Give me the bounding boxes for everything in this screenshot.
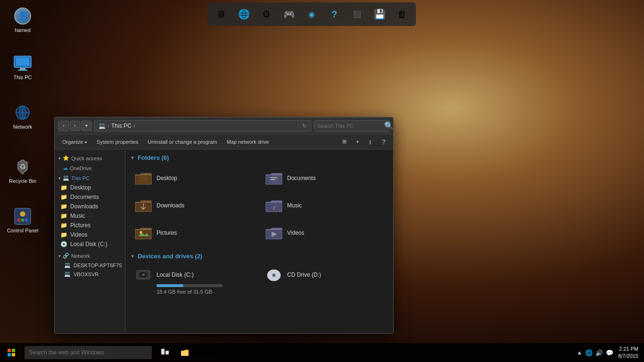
folders-section-header[interactable]: ▼ Folders (6) xyxy=(130,154,388,161)
sidebar-vboxsvr[interactable]: 💻 VBOXSVR xyxy=(55,270,125,279)
help-button[interactable]: ? xyxy=(378,136,389,148)
svg-text:♪: ♪ xyxy=(272,204,276,211)
toolbar: Organize ▾ System properties Uninstall o… xyxy=(55,134,393,149)
view-tiles-button[interactable]: ⊞ xyxy=(339,136,350,148)
top-taskbar: 🖥 🌐 ⚙ 🎮 ◉ ? ⬛ 💾 🗑 xyxy=(207,2,416,26)
thispc-icon xyxy=(13,54,32,73)
taskbar-search-input[interactable] xyxy=(29,349,147,356)
top-taskbar-gamepad[interactable]: 🎮 xyxy=(279,4,299,24)
quick-access-section[interactable]: ▾ ⭐ Quick access xyxy=(55,153,125,163)
folder-music[interactable]: ♪ Music xyxy=(261,193,388,218)
folder-desktop[interactable]: Desktop xyxy=(130,166,258,190)
svg-rect-35 xyxy=(12,353,15,356)
folder-pictures-label: Pictures xyxy=(157,230,177,236)
top-taskbar-settings[interactable]: ⚙ xyxy=(256,4,276,24)
svg-rect-2 xyxy=(20,68,25,70)
map-network-button[interactable]: Map network drive xyxy=(223,138,273,146)
recycle-bin-icon: ♻ xyxy=(13,157,32,176)
device-local-disk[interactable]: Local Disk (C:) 18.4 GB free of 31.5 GB xyxy=(130,264,258,297)
folder-downloads[interactable]: Downloads xyxy=(130,193,258,218)
search-input[interactable] xyxy=(317,123,382,129)
sidebar-pictures[interactable]: 📁 Pictures xyxy=(55,221,125,230)
sidebar-videos[interactable]: 📁 Videos xyxy=(55,230,125,239)
sidebar-music[interactable]: 📁 Music xyxy=(55,211,125,221)
nav-buttons: ‹ › ▾ xyxy=(58,121,91,131)
svg-text:♻: ♻ xyxy=(19,163,26,171)
folders-title: Folders (6) xyxy=(138,154,169,161)
svg-rect-19 xyxy=(271,177,277,178)
uninstall-button[interactable]: Uninstall or change a program xyxy=(144,138,221,146)
top-taskbar-recycle[interactable]: 🗑 xyxy=(392,4,412,24)
thispc-sidebar-label: This PC xyxy=(71,175,90,181)
start-button[interactable] xyxy=(0,343,23,362)
drive-info: 18.4 GB free of 31.5 GB xyxy=(157,289,254,295)
taskbar-search[interactable] xyxy=(25,346,152,359)
top-taskbar-device[interactable]: ⬛ xyxy=(347,4,367,24)
folder-videos[interactable]: Videos xyxy=(261,221,388,245)
tray-speaker-icon[interactable]: 🔊 xyxy=(595,349,603,356)
device-cd-drive[interactable]: CD Drive (D:) xyxy=(261,264,388,297)
top-taskbar-monitor[interactable]: 🖥 xyxy=(211,4,231,24)
folders-grid: Desktop Docum xyxy=(130,166,388,245)
top-taskbar-help[interactable]: ? xyxy=(324,4,344,24)
onedrive-section[interactable]: ▾ ☁ OneDrive xyxy=(55,163,125,173)
tray-network-icon[interactable]: 🌐 xyxy=(585,349,593,356)
sidebar: ▾ ⭐ Quick access ▾ ☁ OneDrive ▾ 💻 This P… xyxy=(55,149,125,333)
local-disk-name: Local Disk (C:) xyxy=(157,272,194,278)
pane-toggle[interactable]: ⫿ xyxy=(365,136,376,148)
top-taskbar-internet[interactable]: 🌐 xyxy=(234,4,254,24)
svg-point-27 xyxy=(143,274,144,275)
tray-message-icon[interactable]: 💬 xyxy=(606,349,613,356)
svg-rect-14 xyxy=(17,219,20,222)
thispc-section[interactable]: ▾ 💻 This PC xyxy=(55,173,125,183)
search-icon: 🔍 xyxy=(384,121,394,130)
device-cd-header: CD Drive (D:) xyxy=(264,267,385,282)
desktop-icon-recycle[interactable]: ♻ Recycle Bin xyxy=(4,156,41,186)
sidebar-localdisk[interactable]: 💿 Local Disk (C:) xyxy=(55,239,125,249)
top-taskbar-drive[interactable]: 💾 xyxy=(370,4,389,24)
svg-rect-32 xyxy=(8,349,11,352)
devices-chevron: ▼ xyxy=(130,254,135,259)
desktop-icon-controlpanel[interactable]: Control Panel xyxy=(4,205,41,235)
svg-point-13 xyxy=(20,212,25,216)
clock-time: 2:21 PM xyxy=(619,346,638,353)
sidebar-documents[interactable]: 📁 Documents xyxy=(55,192,125,202)
clock[interactable]: 2:21 PM 8/7/2015 xyxy=(615,346,641,360)
cd-drive-icon xyxy=(264,267,283,282)
devices-section-header[interactable]: ▼ Devices and drives (2) xyxy=(130,253,388,260)
refresh-button[interactable]: ↻ xyxy=(302,123,307,129)
folder-pictures[interactable]: Pictures xyxy=(130,221,258,245)
devices-title: Devices and drives (2) xyxy=(138,253,202,260)
explorer-window: ‹ › ▾ 💻 › This PC › ↻ 🔍 Organize ▾ xyxy=(54,117,394,334)
organize-button[interactable]: Organize ▾ xyxy=(58,138,91,146)
sidebar-desktop-kpt[interactable]: 💻 DESKTOP-KPT6F75 xyxy=(55,261,125,270)
search-box[interactable]: 🔍 xyxy=(314,120,389,132)
top-taskbar-vpn[interactable]: ◉ xyxy=(302,4,322,24)
sidebar-downloads[interactable]: 📁 Downloads xyxy=(55,202,125,211)
tray-arrow[interactable]: ▲ xyxy=(577,349,582,356)
folder-documents-label: Documents xyxy=(287,175,316,181)
folder-desktop-icon xyxy=(134,169,153,188)
address-path[interactable]: 💻 › This PC › ↻ xyxy=(94,120,311,132)
back-button[interactable]: ‹ xyxy=(58,121,69,131)
folder-desktop-label: Desktop xyxy=(157,175,177,181)
drive-bar-fill xyxy=(157,284,183,287)
folder-documents-icon xyxy=(264,169,283,188)
network-section[interactable]: ▾ 🔗 Network xyxy=(55,251,125,261)
task-view-button[interactable] xyxy=(156,343,174,362)
desktop-icon-thispc[interactable]: This PC xyxy=(4,52,41,82)
taskbar-middle xyxy=(156,343,194,362)
forward-button[interactable]: › xyxy=(70,121,80,131)
user-avatar-icon: 👤 xyxy=(13,7,32,25)
down-button[interactable]: ▾ xyxy=(81,121,91,131)
desktop-icon-user[interactable]: 👤 hamed xyxy=(4,5,41,35)
sidebar-localdisk-icon: 💿 xyxy=(60,241,67,247)
sidebar-desktop[interactable]: 📁 Desktop xyxy=(55,183,125,192)
view-dropdown[interactable]: ▾ xyxy=(352,136,363,148)
folder-documents[interactable]: Documents xyxy=(261,166,388,190)
quick-access-text: Quick access xyxy=(71,156,102,161)
desktop-icon-network[interactable]: Network xyxy=(4,101,41,132)
pc-icon: 💻 xyxy=(64,262,71,268)
file-explorer-taskbar[interactable] xyxy=(175,343,194,362)
system-properties-button[interactable]: System properties xyxy=(93,138,142,146)
